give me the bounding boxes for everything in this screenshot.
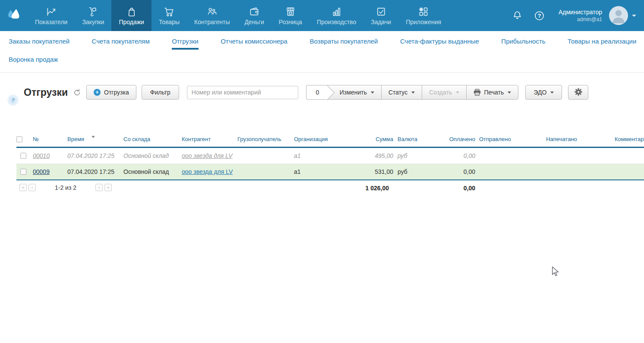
notifications-bell-icon[interactable] bbox=[512, 10, 523, 21]
cell-sent bbox=[477, 148, 525, 164]
nav-item-tasks[interactable]: Задачи bbox=[363, 0, 398, 31]
printer-icon bbox=[474, 89, 481, 96]
table-footer: « ‹ 1-2 из 2 › » 1 026,00 0,00 bbox=[16, 180, 644, 196]
help-bubble-icon[interactable]: ? bbox=[7, 94, 19, 106]
tab-customer-returns[interactable]: Возвраты покупателей bbox=[309, 38, 378, 51]
user-name: Администратор bbox=[559, 9, 602, 16]
toolbar: Отгрузки + Отгрузка Фильтр 0 Изменить Ст… bbox=[9, 84, 644, 101]
logo-icon bbox=[6, 7, 22, 24]
shipment-number-link[interactable]: 00010 bbox=[33, 152, 50, 159]
total-paid: 0,00 bbox=[436, 185, 477, 192]
counterparty-link[interactable]: ооо звезда для LV bbox=[182, 168, 233, 175]
tab-sales-funnel[interactable]: Воронка продаж bbox=[9, 56, 58, 63]
table-header-row: № Время Со склада Контрагент Грузополуча… bbox=[16, 132, 644, 148]
nav-item-goods[interactable]: Товары bbox=[152, 0, 187, 31]
col-header-printed[interactable]: Напечатано bbox=[525, 132, 598, 148]
bar-chart-icon bbox=[331, 6, 342, 17]
tab-issued-invoices[interactable]: Счета-фактуры выданные bbox=[400, 38, 479, 51]
select-all-checkbox[interactable] bbox=[16, 136, 22, 142]
selection-counter: 0 bbox=[306, 85, 328, 100]
cell-currency: руб bbox=[398, 164, 436, 180]
status-dropdown-button[interactable]: Статус bbox=[381, 85, 422, 100]
chevron-down-icon bbox=[550, 91, 554, 94]
nav-item-apps[interactable]: Приложения bbox=[398, 0, 448, 31]
refresh-icon[interactable] bbox=[73, 89, 81, 96]
cell-printed bbox=[525, 164, 598, 180]
user-menu[interactable]: Администратор admin@a1 bbox=[559, 9, 602, 22]
tab-commission-reports[interactable]: Отчеты комиссионера bbox=[221, 38, 287, 51]
avatar[interactable] bbox=[609, 6, 628, 25]
col-header-organization[interactable]: Организация bbox=[294, 132, 359, 148]
nav-item-production[interactable]: Производство bbox=[309, 0, 363, 31]
cell-sum: 531,00 bbox=[359, 164, 398, 180]
app-logo[interactable] bbox=[0, 0, 28, 31]
prev-page-button[interactable]: ‹ bbox=[28, 184, 36, 191]
col-header-sent[interactable]: Отправлено bbox=[477, 132, 525, 148]
col-header-warehouse[interactable]: Со склада bbox=[123, 132, 182, 148]
row-checkbox[interactable] bbox=[20, 169, 26, 175]
table-row[interactable]: 00009 07.04.2020 17:25 Основной склад оо… bbox=[16, 164, 644, 180]
pagination-range: 1-2 из 2 bbox=[55, 184, 76, 191]
settings-gear-button[interactable] bbox=[568, 85, 588, 100]
row-checkbox[interactable] bbox=[20, 153, 26, 159]
svg-text:?: ? bbox=[538, 13, 541, 19]
tab-consignment-goods[interactable]: Товары на реализации bbox=[568, 38, 636, 51]
mouse-cursor bbox=[552, 266, 559, 279]
user-caret-down-icon[interactable] bbox=[632, 15, 636, 17]
nav-item-retail[interactable]: Розница bbox=[271, 0, 309, 31]
next-page-button[interactable]: › bbox=[95, 184, 103, 191]
help-icon[interactable]: ? bbox=[534, 10, 545, 21]
people-icon bbox=[206, 6, 218, 17]
cell-printed bbox=[525, 148, 598, 164]
chevron-down-icon bbox=[371, 91, 374, 94]
gear-icon bbox=[574, 88, 583, 98]
col-header-sum[interactable]: Сумма bbox=[359, 132, 398, 148]
nav-item-label: Розница bbox=[279, 19, 302, 25]
cell-sent bbox=[477, 164, 525, 180]
print-dropdown-button[interactable]: Печать bbox=[466, 85, 518, 100]
cell-comment bbox=[598, 164, 644, 180]
edit-dropdown-button[interactable]: Изменить bbox=[328, 85, 382, 100]
col-header-number[interactable]: № bbox=[33, 132, 67, 148]
table-row[interactable]: 00010 07.04.2020 17:25 Основной склад оо… bbox=[16, 148, 644, 164]
total-sum: 1 026,00 bbox=[354, 185, 393, 192]
search-input[interactable] bbox=[187, 86, 298, 99]
line-chart-icon bbox=[46, 6, 57, 17]
nav-item-label: Закупки bbox=[82, 19, 104, 25]
cell-time: 07.04.2020 17:25 bbox=[67, 148, 123, 164]
cell-sum: 495,00 bbox=[359, 148, 398, 164]
col-header-counterparty[interactable]: Контрагент bbox=[182, 132, 237, 148]
shopping-cart-icon bbox=[164, 6, 175, 17]
col-header-paid[interactable]: Оплачено bbox=[436, 132, 477, 148]
nav-item-purchases[interactable]: Закупки bbox=[75, 0, 111, 31]
plus-icon: + bbox=[94, 89, 101, 96]
nav-item-counterparties[interactable]: Контрагенты bbox=[187, 0, 237, 31]
col-header-consignee[interactable]: Грузополучатель bbox=[237, 132, 294, 148]
last-page-button[interactable]: » bbox=[104, 184, 112, 191]
tab-customer-orders[interactable]: Заказы покупателей bbox=[9, 38, 69, 51]
section-tabbar: Заказы покупателей Счета покупателям Отг… bbox=[0, 31, 644, 73]
create-dropdown-button[interactable]: Создать bbox=[422, 85, 467, 100]
tab-profitability[interactable]: Прибыльность bbox=[501, 38, 545, 51]
actions-button-group: 0 Изменить Статус Создать Печать bbox=[306, 85, 519, 100]
nav-item-sales[interactable]: Продажи bbox=[111, 0, 151, 31]
col-header-time[interactable]: Время bbox=[67, 132, 123, 148]
first-page-button[interactable]: « bbox=[19, 184, 27, 191]
edo-dropdown-button[interactable]: ЭДО bbox=[525, 85, 562, 100]
nav-item-indicators[interactable]: Показатели bbox=[28, 0, 75, 31]
filter-button[interactable]: Фильтр bbox=[142, 85, 179, 100]
shipment-number-link[interactable]: 00009 bbox=[33, 168, 50, 175]
create-shipment-button[interactable]: + Отгрузка bbox=[86, 85, 136, 100]
task-check-icon bbox=[376, 6, 387, 17]
cell-organization: a1 bbox=[294, 164, 359, 180]
counterparty-link[interactable]: ооо звезда для LV bbox=[182, 152, 233, 159]
tab-customer-invoices[interactable]: Счета покупателям bbox=[92, 38, 150, 51]
nav-item-money[interactable]: Деньги bbox=[237, 0, 271, 31]
nav-right-section: ? Администратор admin@a1 bbox=[512, 0, 644, 31]
nav-item-label: Показатели bbox=[35, 19, 67, 25]
tab-shipments[interactable]: Отгрузки bbox=[172, 38, 199, 51]
col-header-comment[interactable]: Комментарий bbox=[598, 132, 644, 148]
cell-consignee bbox=[237, 148, 294, 164]
col-header-currency[interactable]: Валюта bbox=[398, 132, 436, 148]
cell-paid: 0,00 bbox=[436, 148, 477, 164]
